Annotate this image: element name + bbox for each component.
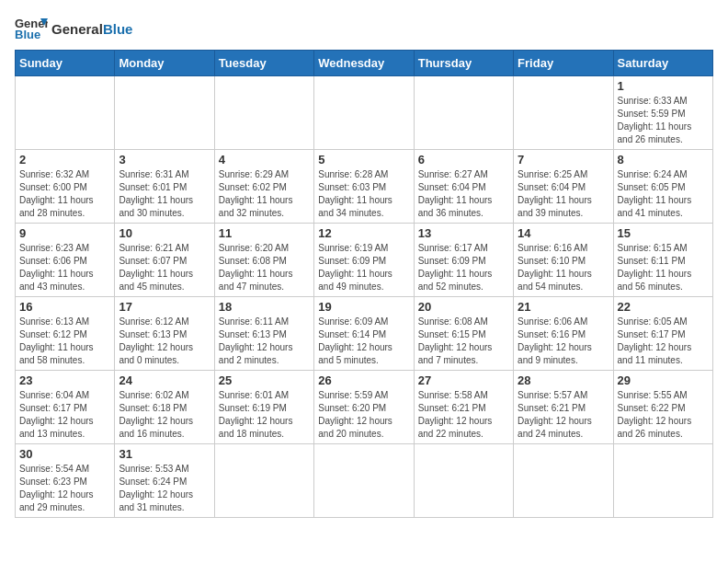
day-number: 25 <box>219 373 310 387</box>
logo-icon: General Blue <box>15 15 48 42</box>
calendar-cell: 9Sunrise: 6:23 AM Sunset: 6:06 PM Daylig… <box>16 224 115 297</box>
calendar-row: 2Sunrise: 6:32 AM Sunset: 6:00 PM Daylig… <box>16 150 713 224</box>
calendar-cell: 16Sunrise: 6:13 AM Sunset: 6:12 PM Dayli… <box>16 297 115 371</box>
day-number: 5 <box>318 153 409 167</box>
day-info: Sunrise: 6:16 AM Sunset: 6:10 PM Dayligh… <box>518 242 609 293</box>
calendar-cell: 10Sunrise: 6:21 AM Sunset: 6:07 PM Dayli… <box>115 224 214 297</box>
day-info: Sunrise: 6:06 AM Sunset: 6:16 PM Dayligh… <box>518 316 609 367</box>
weekday-header-cell: Saturday <box>613 51 712 76</box>
day-info: Sunrise: 6:13 AM Sunset: 6:12 PM Dayligh… <box>19 316 110 367</box>
day-info: Sunrise: 6:05 AM Sunset: 6:17 PM Dayligh… <box>618 316 709 367</box>
day-number: 10 <box>119 226 210 240</box>
day-info: Sunrise: 6:24 AM Sunset: 6:05 PM Dayligh… <box>618 168 709 220</box>
calendar-cell: 6Sunrise: 6:27 AM Sunset: 6:04 PM Daylig… <box>414 150 513 224</box>
calendar-cell <box>115 76 214 150</box>
day-number: 12 <box>318 226 409 240</box>
day-info: Sunrise: 6:11 AM Sunset: 6:13 PM Dayligh… <box>219 316 310 367</box>
calendar-cell: 19Sunrise: 6:09 AM Sunset: 6:14 PM Dayli… <box>314 297 414 371</box>
calendar-cell <box>16 76 115 150</box>
day-info: Sunrise: 6:20 AM Sunset: 6:08 PM Dayligh… <box>219 242 310 293</box>
day-info: Sunrise: 6:29 AM Sunset: 6:02 PM Dayligh… <box>219 168 310 220</box>
weekday-header-cell: Tuesday <box>214 51 313 76</box>
calendar-cell: 15Sunrise: 6:15 AM Sunset: 6:11 PM Dayli… <box>613 224 712 297</box>
header: General Blue GeneralBlue <box>15 15 713 42</box>
calendar-cell <box>214 444 313 518</box>
day-info: Sunrise: 6:15 AM Sunset: 6:11 PM Dayligh… <box>618 242 709 293</box>
day-number: 16 <box>19 300 110 314</box>
calendar-cell <box>414 444 513 518</box>
calendar-cell <box>314 444 414 518</box>
day-number: 13 <box>418 226 509 240</box>
day-number: 8 <box>618 153 709 167</box>
day-number: 1 <box>618 79 709 93</box>
calendar-cell: 11Sunrise: 6:20 AM Sunset: 6:08 PM Dayli… <box>214 224 313 297</box>
calendar-cell: 25Sunrise: 6:01 AM Sunset: 6:19 PM Dayli… <box>214 371 313 444</box>
calendar-cell: 23Sunrise: 6:04 AM Sunset: 6:17 PM Dayli… <box>16 371 115 444</box>
weekday-header-cell: Sunday <box>16 51 115 76</box>
calendar-cell: 22Sunrise: 6:05 AM Sunset: 6:17 PM Dayli… <box>613 297 712 371</box>
weekday-header-row: SundayMondayTuesdayWednesdayThursdayFrid… <box>16 51 713 76</box>
calendar-cell: 29Sunrise: 5:55 AM Sunset: 6:22 PM Dayli… <box>613 371 712 444</box>
day-info: Sunrise: 6:01 AM Sunset: 6:19 PM Dayligh… <box>219 389 310 441</box>
day-info: Sunrise: 5:59 AM Sunset: 6:20 PM Dayligh… <box>318 389 409 441</box>
day-number: 29 <box>618 373 709 387</box>
calendar-cell: 4Sunrise: 6:29 AM Sunset: 6:02 PM Daylig… <box>214 150 313 224</box>
day-info: Sunrise: 6:31 AM Sunset: 6:01 PM Dayligh… <box>119 168 210 220</box>
day-info: Sunrise: 5:54 AM Sunset: 6:23 PM Dayligh… <box>19 463 110 514</box>
calendar-cell: 24Sunrise: 6:02 AM Sunset: 6:18 PM Dayli… <box>115 371 214 444</box>
calendar-cell: 18Sunrise: 6:11 AM Sunset: 6:13 PM Dayli… <box>214 297 313 371</box>
calendar-row: 30Sunrise: 5:54 AM Sunset: 6:23 PM Dayli… <box>16 444 713 518</box>
calendar-cell: 7Sunrise: 6:25 AM Sunset: 6:04 PM Daylig… <box>514 150 613 224</box>
day-info: Sunrise: 6:08 AM Sunset: 6:15 PM Dayligh… <box>418 316 509 367</box>
day-info: Sunrise: 6:21 AM Sunset: 6:07 PM Dayligh… <box>119 242 210 293</box>
svg-text:Blue: Blue <box>15 28 40 41</box>
calendar-cell: 27Sunrise: 5:58 AM Sunset: 6:21 PM Dayli… <box>414 371 513 444</box>
day-number: 26 <box>318 373 409 387</box>
calendar-cell <box>613 444 712 518</box>
calendar-cell: 20Sunrise: 6:08 AM Sunset: 6:15 PM Dayli… <box>414 297 513 371</box>
day-number: 20 <box>418 300 509 314</box>
calendar-cell: 5Sunrise: 6:28 AM Sunset: 6:03 PM Daylig… <box>314 150 414 224</box>
weekday-header-cell: Monday <box>115 51 214 76</box>
day-info: Sunrise: 6:09 AM Sunset: 6:14 PM Dayligh… <box>318 316 409 367</box>
day-number: 4 <box>219 153 310 167</box>
day-info: Sunrise: 6:02 AM Sunset: 6:18 PM Dayligh… <box>119 389 210 441</box>
day-info: Sunrise: 5:53 AM Sunset: 6:24 PM Dayligh… <box>119 463 210 514</box>
day-number: 21 <box>518 300 609 314</box>
calendar-cell: 1Sunrise: 6:33 AM Sunset: 5:59 PM Daylig… <box>613 76 712 150</box>
day-info: Sunrise: 5:57 AM Sunset: 6:21 PM Dayligh… <box>518 389 609 441</box>
day-info: Sunrise: 6:32 AM Sunset: 6:00 PM Dayligh… <box>19 168 110 220</box>
day-info: Sunrise: 5:58 AM Sunset: 6:21 PM Dayligh… <box>418 389 509 441</box>
day-number: 9 <box>19 226 110 240</box>
calendar-cell: 12Sunrise: 6:19 AM Sunset: 6:09 PM Dayli… <box>314 224 414 297</box>
day-number: 22 <box>618 300 709 314</box>
day-number: 14 <box>518 226 609 240</box>
day-number: 28 <box>518 373 609 387</box>
calendar-cell: 31Sunrise: 5:53 AM Sunset: 6:24 PM Dayli… <box>115 444 214 518</box>
calendar-cell: 14Sunrise: 6:16 AM Sunset: 6:10 PM Dayli… <box>514 224 613 297</box>
calendar-row: 16Sunrise: 6:13 AM Sunset: 6:12 PM Dayli… <box>16 297 713 371</box>
day-number: 6 <box>418 153 509 167</box>
day-number: 30 <box>19 447 110 461</box>
day-info: Sunrise: 5:55 AM Sunset: 6:22 PM Dayligh… <box>618 389 709 441</box>
day-number: 15 <box>618 226 709 240</box>
day-info: Sunrise: 6:04 AM Sunset: 6:17 PM Dayligh… <box>19 389 110 441</box>
calendar-cell: 2Sunrise: 6:32 AM Sunset: 6:00 PM Daylig… <box>16 150 115 224</box>
weekday-header-cell: Wednesday <box>314 51 414 76</box>
calendar-cell: 28Sunrise: 5:57 AM Sunset: 6:21 PM Dayli… <box>514 371 613 444</box>
day-info: Sunrise: 6:28 AM Sunset: 6:03 PM Dayligh… <box>318 168 409 220</box>
day-number: 27 <box>418 373 509 387</box>
calendar: SundayMondayTuesdayWednesdayThursdayFrid… <box>15 50 713 518</box>
day-number: 31 <box>119 447 210 461</box>
day-number: 7 <box>518 153 609 167</box>
day-info: Sunrise: 6:19 AM Sunset: 6:09 PM Dayligh… <box>318 242 409 293</box>
day-info: Sunrise: 6:23 AM Sunset: 6:06 PM Dayligh… <box>19 242 110 293</box>
day-info: Sunrise: 6:17 AM Sunset: 6:09 PM Dayligh… <box>418 242 509 293</box>
day-number: 19 <box>318 300 409 314</box>
day-number: 24 <box>119 373 210 387</box>
day-number: 23 <box>19 373 110 387</box>
day-info: Sunrise: 6:27 AM Sunset: 6:04 PM Dayligh… <box>418 168 509 220</box>
calendar-cell: 26Sunrise: 5:59 AM Sunset: 6:20 PM Dayli… <box>314 371 414 444</box>
calendar-body: 1Sunrise: 6:33 AM Sunset: 5:59 PM Daylig… <box>16 76 713 518</box>
calendar-cell: 3Sunrise: 6:31 AM Sunset: 6:01 PM Daylig… <box>115 150 214 224</box>
